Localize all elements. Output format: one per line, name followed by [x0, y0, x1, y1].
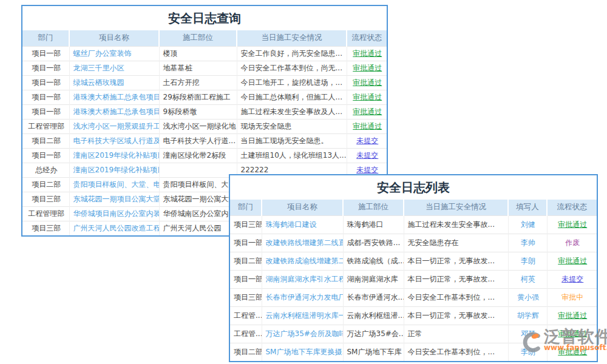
project-name-link[interactable]: SM广场地下车库更换摄...	[262, 343, 343, 361]
project-name-link[interactable]: 东城花园一期项目公寓大堂 装	[69, 192, 159, 206]
project-name-link[interactable]: 改建铁路线增建第二线直...	[266, 238, 344, 247]
flow-status-link[interactable]: 未提交	[356, 166, 378, 174]
project-name-link[interactable]: 广州天河人民公园改造工程	[73, 224, 160, 232]
project-name-link[interactable]: 龙湖三千里小区	[69, 61, 159, 75]
project-name-link[interactable]: 长春市伊通河水力发电厂...	[266, 293, 344, 302]
writer-link[interactable]: 李朗	[508, 252, 547, 270]
writer-link[interactable]: 黄小强	[508, 288, 547, 306]
project-name-link[interactable]: 珠海鹤港口建设	[266, 220, 317, 229]
flow-status-link[interactable]: 审批中	[561, 293, 583, 302]
project-name-link[interactable]: 贵阳项目样板间、大堂、电梯	[73, 180, 160, 189]
flow-status-link[interactable]: 审批通过	[547, 252, 597, 270]
flow-status-link[interactable]: 审批通过	[547, 306, 597, 325]
flow-status-link[interactable]: 审批通过	[353, 49, 382, 58]
flow-status-link[interactable]: 审批通过	[558, 348, 587, 356]
project-name-link[interactable]: 云南水利枢纽潜明水库一...	[266, 311, 344, 320]
project-name-link[interactable]: 浅水湾小区一期景观提升工程	[73, 122, 160, 130]
project-name-link[interactable]: 改建铁路线增建第二线直...	[262, 234, 343, 252]
writer-link[interactable]: 胡学辉	[508, 306, 547, 325]
project-name-link[interactable]: 潼南区2019年绿化补贴项目-城	[69, 148, 159, 163]
flow-status-link[interactable]: 未提交	[561, 275, 583, 283]
department-cell: 项目二部	[22, 177, 69, 192]
flow-status-link[interactable]: 审批通过	[347, 104, 387, 119]
flow-status-link[interactable]: 审批通过	[558, 220, 587, 229]
flow-status-link[interactable]: 审批通过	[347, 75, 387, 90]
flow-status-link[interactable]: 审批通过	[353, 78, 382, 87]
flow-status-link[interactable]: 审批通过	[347, 90, 387, 104]
flow-status-link[interactable]: 未提交	[347, 148, 387, 163]
project-name-link[interactable]: 港珠澳大桥施工总承包项目	[69, 90, 159, 104]
project-name-link[interactable]: 螺丝厂办公室装饰	[73, 49, 132, 58]
writer-link[interactable]: 黄小强	[517, 293, 539, 302]
flow-status-link[interactable]: 审批通过	[353, 64, 382, 72]
project-name-link[interactable]: 螺丝厂办公室装饰	[69, 46, 159, 61]
writer-link[interactable]: 李朗	[521, 348, 535, 356]
writer-link[interactable]: 柯英	[521, 275, 535, 283]
flow-status-link[interactable]: 审批通过	[558, 311, 587, 320]
writer-link[interactable]: 邓琴	[508, 325, 547, 343]
project-name-link[interactable]: 长春市伊通河水力发电厂...	[262, 288, 343, 306]
flow-status-link[interactable]: 审批通过	[347, 61, 387, 75]
flow-status-link[interactable]: 未提交	[547, 270, 597, 288]
writer-link[interactable]: 李帅	[508, 234, 547, 252]
writer-link[interactable]: 胡学辉	[517, 311, 539, 320]
flow-status-link[interactable]: 审批通过	[347, 119, 387, 133]
safety-situation-cell: 今日工地开工，旋挖机进场，...	[237, 75, 347, 90]
flow-status-link[interactable]: 未提交	[356, 136, 378, 145]
project-name-link[interactable]: 电子科技大学区域人行道及非	[73, 136, 160, 145]
flow-status-link[interactable]: 作废	[565, 238, 580, 247]
column-header: 填写人	[508, 200, 547, 215]
project-name-link[interactable]: 潼南区2019年绿化补贴项目-城	[69, 163, 159, 177]
flow-status-link[interactable]: 审批通过	[547, 343, 597, 361]
project-name-link[interactable]: 港珠澳大桥施工总承包项目	[73, 93, 160, 101]
project-name-link[interactable]: 湖南洞庭湖水库引水工程...	[266, 275, 344, 283]
flow-status-link[interactable]: 作废	[547, 234, 597, 252]
project-name-link[interactable]: SM广场地下车库更换摄...	[266, 348, 344, 356]
project-name-link[interactable]: 东城花园一期项目公寓大堂 装	[73, 195, 160, 203]
construction-part-cell: 湖南洞庭湖水库	[343, 270, 404, 288]
project-name-link[interactable]: 改建铁路成渝线增建第二...	[262, 252, 343, 270]
project-name-link[interactable]: 浅水湾小区一期景观提升工程	[69, 119, 159, 133]
safety-situation-cell: 安全工作良好，尚无安全隐患...	[237, 46, 347, 61]
project-name-link[interactable]: 湖南洞庭湖水库引水工程...	[262, 270, 343, 288]
writer-link[interactable]: 李朗	[521, 257, 535, 265]
project-name-link[interactable]: 港珠澳大桥施工总承包项目	[73, 107, 160, 116]
writer-link[interactable]: 刘健	[521, 220, 535, 229]
project-name-link[interactable]: 改建铁路成渝线增建第二...	[266, 257, 344, 265]
list-window-title: 安全日志列表	[230, 175, 597, 200]
project-name-link[interactable]: 贵阳项目样板间、大堂、电梯	[69, 177, 159, 192]
project-name-link[interactable]: 广州天河人民公园改造工程	[69, 221, 159, 235]
writer-link[interactable]: 李帅	[521, 238, 535, 247]
project-name-link[interactable]: 潼南区2019年绿化补贴项目-城	[73, 151, 160, 160]
writer-link[interactable]: 柯英	[508, 270, 547, 288]
construction-part-cell: 万达广场35#会...	[343, 325, 404, 343]
project-name-link[interactable]: 绿城云栖玫瑰园	[69, 75, 159, 90]
flow-status-link[interactable]: 审批通过	[353, 122, 382, 130]
flow-status-link[interactable]: 审批中	[547, 288, 597, 306]
project-name-link[interactable]: 珠海鹤港口建设	[262, 215, 343, 234]
flow-status-link[interactable]: 未提交	[356, 151, 378, 160]
flow-status-link[interactable]: 审批通过	[558, 329, 587, 338]
flow-status-link[interactable]: 审批通过	[353, 107, 382, 116]
project-name-link[interactable]: 绿城云栖玫瑰园	[73, 78, 124, 87]
project-name-link[interactable]: 电子科技大学区域人行道及非	[69, 133, 159, 148]
flow-status-link[interactable]: 审批通过	[547, 325, 597, 343]
project-name-link[interactable]: 潼南区2019年绿化补贴项目-城	[73, 166, 160, 174]
project-name-link[interactable]: 龙湖三千里小区	[73, 64, 124, 72]
flow-status-link[interactable]: 审批通过	[353, 93, 382, 101]
construction-part-cell: 浅水湾小区一期绿化地	[159, 119, 237, 133]
project-name-link[interactable]: 华侨城项目南区办公室内装修	[69, 206, 159, 221]
project-name-link[interactable]: 港珠澳大桥施工总承包项目	[69, 104, 159, 119]
flow-status-link[interactable]: 未提交	[347, 133, 387, 148]
writer-link[interactable]: 邓琴	[521, 329, 535, 338]
writer-link[interactable]: 刘健	[508, 215, 547, 234]
flow-status-link[interactable]: 审批通过	[558, 257, 587, 265]
flow-status-link[interactable]: 审批通过	[347, 46, 387, 61]
writer-link[interactable]: 李朗	[508, 343, 547, 361]
table-row: 工程管...万达广场35#会所及咖啡...万达广场35#会...正常邓琴审批通过	[230, 325, 597, 343]
project-name-link[interactable]: 万达广场35#会所及咖啡...	[262, 325, 343, 343]
project-name-link[interactable]: 华侨城项目南区办公室内装修	[73, 209, 160, 218]
flow-status-link[interactable]: 审批通过	[547, 215, 597, 234]
project-name-link[interactable]: 云南水利枢纽潜明水库一...	[262, 306, 343, 325]
project-name-link[interactable]: 万达广场35#会所及咖啡...	[266, 329, 344, 338]
